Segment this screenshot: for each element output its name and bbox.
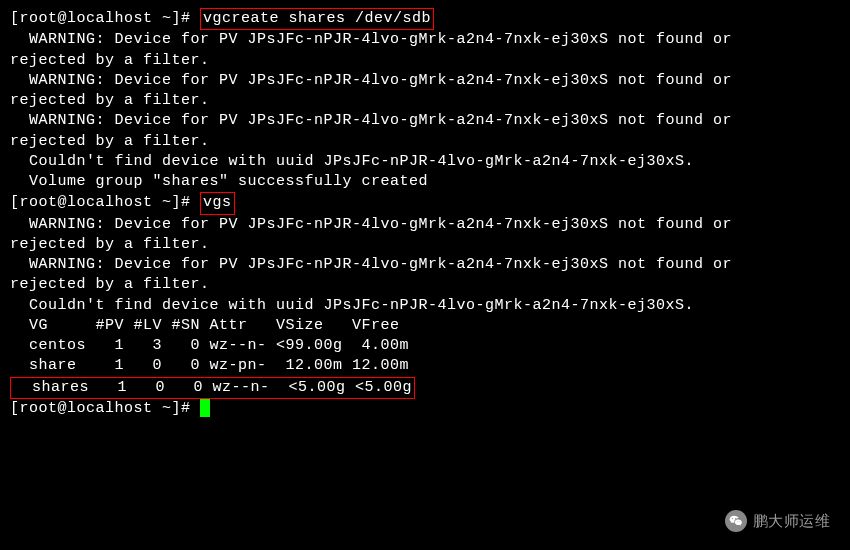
vgs-row-shares-wrapper: shares 1 0 0 wz--n- <5.00g <5.00g <box>10 377 840 399</box>
cursor <box>200 399 210 417</box>
prompt-line-1: [root@localhost ~]# vgcreate shares /dev… <box>10 8 840 30</box>
watermark-text: 鹏大师运维 <box>753 511 831 531</box>
output-warning: WARNING: Device for PV JPsJFc-nPJR-4lvo-… <box>10 30 840 50</box>
vgs-row-share: share 1 0 0 wz-pn- 12.00m 12.00m <box>10 356 840 376</box>
output-warning: rejected by a filter. <box>10 51 840 71</box>
output-warning: WARNING: Device for PV JPsJFc-nPJR-4lvo-… <box>10 71 840 91</box>
prompt: [root@localhost ~]# <box>10 400 200 417</box>
prompt: [root@localhost ~]# <box>10 10 200 27</box>
watermark: 鹏大师运维 <box>725 510 831 532</box>
output-notfound: Couldn't find device with uuid JPsJFc-nP… <box>10 296 840 316</box>
output-warning: WARNING: Device for PV JPsJFc-nPJR-4lvo-… <box>10 215 840 235</box>
output-warning: rejected by a filter. <box>10 235 840 255</box>
vgs-header: VG #PV #LV #SN Attr VSize VFree <box>10 316 840 336</box>
vgs-row-centos: centos 1 3 0 wz--n- <99.00g 4.00m <box>10 336 840 356</box>
prompt: [root@localhost ~]# <box>10 194 200 211</box>
prompt-line-3[interactable]: [root@localhost ~]# <box>10 399 840 419</box>
output-warning: WARNING: Device for PV JPsJFc-nPJR-4lvo-… <box>10 111 840 131</box>
output-success: Volume group "shares" successfully creat… <box>10 172 840 192</box>
vgs-row-shares: shares 1 0 0 wz--n- <5.00g <5.00g <box>10 377 415 399</box>
output-warning: rejected by a filter. <box>10 91 840 111</box>
wechat-icon <box>725 510 747 532</box>
command-vgs: vgs <box>200 192 235 214</box>
prompt-line-2: [root@localhost ~]# vgs <box>10 192 840 214</box>
output-warning: rejected by a filter. <box>10 132 840 152</box>
output-warning: rejected by a filter. <box>10 275 840 295</box>
output-notfound: Couldn't find device with uuid JPsJFc-nP… <box>10 152 840 172</box>
command-vgcreate: vgcreate shares /dev/sdb <box>200 8 434 30</box>
output-warning: WARNING: Device for PV JPsJFc-nPJR-4lvo-… <box>10 255 840 275</box>
